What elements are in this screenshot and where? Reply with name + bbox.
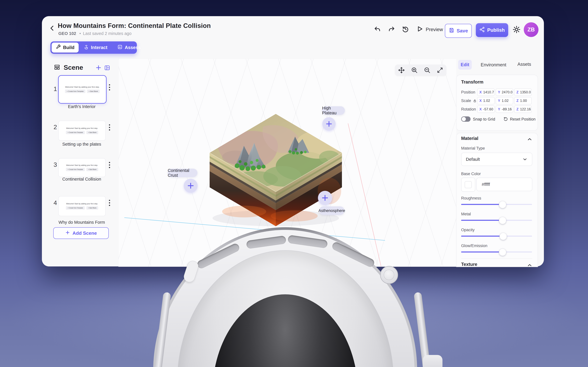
kebab-icon[interactable] (107, 83, 112, 92)
position-z-field[interactable]: Z1350.0 (514, 89, 532, 96)
scale-z-value: 1.00 (520, 99, 527, 103)
wrench-icon (56, 44, 61, 51)
thumb-welcome-text: Welcome! Start by adding your first step… (66, 164, 98, 166)
reset-icon (503, 117, 508, 122)
create-template-button[interactable]: + Create from Template (66, 131, 85, 134)
headset-dial-inner (384, 269, 394, 280)
slider-thumb[interactable] (499, 201, 506, 208)
rotation-x-field[interactable]: X-57.60 (477, 106, 495, 113)
tab-build[interactable]: Build (52, 42, 79, 53)
scene-thumbnail-1[interactable]: Welcome! Start by adding your first step… (58, 75, 107, 104)
redo-icon[interactable] (388, 25, 396, 34)
kebab-icon[interactable] (107, 161, 112, 169)
scene-thumbnail-3[interactable]: Welcome! Start by adding your first step… (58, 158, 106, 177)
rotation-label: Rotation (461, 107, 476, 112)
kebab-icon[interactable] (107, 123, 112, 132)
hotspot-label: High Plateau (322, 106, 345, 115)
roughness-slider[interactable] (461, 201, 532, 208)
opacity-slider[interactable] (461, 233, 532, 239)
base-color-label: Base Color (461, 172, 481, 176)
slider-thumb[interactable] (500, 233, 507, 240)
layout-icon[interactable] (104, 65, 110, 72)
collapse-material-icon[interactable] (527, 136, 533, 143)
headset-cavity (212, 294, 358, 367)
add-scene-plus-icon[interactable] (95, 64, 102, 72)
reset-position-button[interactable]: Reset Position (503, 117, 536, 122)
undo-icon[interactable] (373, 25, 381, 34)
scene-number: 3 (52, 161, 59, 168)
back-icon[interactable] (48, 24, 56, 33)
start-blank-button[interactable]: + Start Blank (86, 206, 98, 210)
material-card: Material Material Type Default Base Colo… (456, 133, 538, 267)
start-blank-button[interactable]: + Start Blank (87, 90, 100, 93)
snap-to-grid-toggle[interactable] (461, 117, 471, 122)
start-blank-button[interactable]: + Start Blank (86, 168, 98, 171)
tab-assess[interactable]: Assess (112, 42, 146, 54)
scene-number: 4 (52, 199, 59, 206)
create-template-button[interactable]: + Create from Template (65, 90, 86, 93)
page-title: How Mountains Form: Continental Plate Co… (58, 22, 211, 29)
slider-fill (461, 251, 502, 252)
position-x-field[interactable]: X1410.7 (477, 89, 495, 96)
preview-label: Preview (426, 27, 443, 32)
axis-z: Z (516, 90, 519, 94)
position-y-value: 2470.0 (502, 90, 512, 94)
kebab-icon[interactable] (107, 199, 112, 207)
editor-window: How Mountains Form: Continental Plate Co… (42, 16, 544, 267)
preview-button[interactable]: Preview (416, 25, 443, 34)
color-swatch[interactable] (461, 178, 475, 192)
gear-icon[interactable] (512, 25, 521, 34)
tab-interact[interactable]: Interact (79, 42, 112, 54)
tab-assets[interactable]: Assets (518, 62, 531, 67)
expand-icon[interactable] (437, 67, 443, 74)
color-hex-input[interactable]: #fffff (476, 178, 532, 191)
position-y-field[interactable]: Y2470.0 (496, 89, 513, 96)
scene-item-label: Earth's Interior (58, 104, 105, 109)
chevron-down-icon (522, 157, 527, 162)
tab-edit[interactable]: Edit (458, 60, 472, 70)
create-template-button[interactable]: + Create from Template (66, 168, 85, 171)
hotspot-label: Asthenosphere (319, 206, 345, 215)
axis-x: X (479, 90, 482, 94)
collapse-texture-icon[interactable] (527, 262, 533, 267)
slider-label: Opacity (461, 228, 475, 232)
material-type-dropdown[interactable]: Default (461, 153, 532, 166)
create-template-button[interactable]: + Create from Template (66, 206, 85, 210)
zoom-out-icon[interactable] (424, 67, 431, 74)
slider-thumb[interactable] (499, 217, 506, 224)
move-icon[interactable] (398, 67, 405, 74)
scale-x-field[interactable]: X1.02 (477, 97, 495, 104)
material-title: Material (461, 136, 478, 141)
scene-thumbnail-4[interactable]: Welcome! Start by adding your first step… (58, 196, 106, 216)
save-button[interactable]: Save (445, 24, 472, 38)
axis-y: Y (498, 90, 500, 94)
history-icon[interactable] (401, 25, 409, 34)
zoom-in-icon[interactable] (411, 67, 418, 74)
dot-separator: • (79, 31, 81, 36)
add-hotspot-button[interactable] (318, 191, 332, 205)
avatar[interactable]: ZB (524, 22, 538, 37)
glow-emission-slider[interactable] (461, 249, 532, 255)
axis-line-pink (348, 123, 381, 267)
add-scene-button[interactable]: Add Scene (53, 227, 109, 239)
slider-thumb[interactable] (499, 249, 506, 256)
scale-z-field[interactable]: Z1.00 (514, 97, 532, 104)
viewport-canvas[interactable]: High Plateau Continental Crust Asthenosp… (118, 59, 457, 267)
course-code: GEO 102 (58, 31, 76, 36)
scale-y-field[interactable]: Y1.02 (496, 97, 513, 104)
position-z-value: 1350.0 (520, 90, 531, 94)
publish-button[interactable]: Publish (476, 23, 508, 37)
axis-z: Z (516, 107, 519, 111)
metal-slider[interactable] (461, 217, 532, 224)
rotation-y-field[interactable]: Y-89.16 (496, 106, 513, 113)
save-icon (449, 27, 455, 34)
tab-environment[interactable]: Environment (481, 62, 506, 67)
material-type-label: Material Type (461, 146, 485, 151)
lock-icon[interactable] (473, 99, 477, 103)
rotation-z-field[interactable]: Z122.16 (514, 106, 532, 113)
add-hotspot-button[interactable] (184, 179, 198, 192)
add-hotspot-button[interactable] (322, 117, 336, 131)
texture-title: Texture (461, 262, 477, 267)
scene-thumbnail-2[interactable]: Welcome! Start by adding your first step… (58, 121, 106, 141)
start-blank-button[interactable]: + Start Blank (86, 131, 98, 134)
